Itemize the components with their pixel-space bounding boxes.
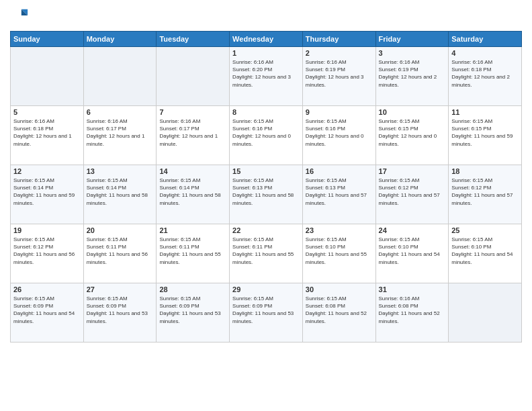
day-info: Sunrise: 6:15 AM Sunset: 6:13 PM Dayligh… xyxy=(306,177,373,207)
day-info: Sunrise: 6:15 AM Sunset: 6:10 PM Dayligh… xyxy=(379,236,446,266)
calendar-cell: 10Sunrise: 6:15 AM Sunset: 6:15 PM Dayli… xyxy=(375,106,449,165)
calendar-cell xyxy=(11,47,84,106)
day-info: Sunrise: 6:15 AM Sunset: 6:09 PM Dayligh… xyxy=(159,295,226,325)
calendar-cell: 17Sunrise: 6:15 AM Sunset: 6:12 PM Dayli… xyxy=(375,165,449,224)
day-info: Sunrise: 6:16 AM Sunset: 6:18 PM Dayligh… xyxy=(13,118,81,148)
day-number: 19 xyxy=(13,226,81,234)
day-info: Sunrise: 6:16 AM Sunset: 6:17 PM Dayligh… xyxy=(159,118,226,148)
page: SundayMondayTuesdayWednesdayThursdayFrid… xyxy=(0,0,532,411)
day-info: Sunrise: 6:15 AM Sunset: 6:11 PM Dayligh… xyxy=(232,236,300,266)
day-info: Sunrise: 6:15 AM Sunset: 6:14 PM Dayligh… xyxy=(13,177,81,207)
calendar-cell: 28Sunrise: 6:15 AM Sunset: 6:09 PM Dayli… xyxy=(157,283,230,342)
calendar-cell: 11Sunrise: 6:15 AM Sunset: 6:15 PM Dayli… xyxy=(449,106,522,165)
day-info: Sunrise: 6:15 AM Sunset: 6:12 PM Dayligh… xyxy=(379,177,446,207)
day-number: 29 xyxy=(232,285,300,293)
calendar-body: 1Sunrise: 6:16 AM Sunset: 6:20 PM Daylig… xyxy=(11,47,522,342)
calendar-cell xyxy=(449,283,522,342)
calendar-cell: 13Sunrise: 6:15 AM Sunset: 6:14 PM Dayli… xyxy=(83,165,157,224)
day-number: 25 xyxy=(451,226,519,234)
calendar-cell xyxy=(83,47,157,106)
calendar-table: SundayMondayTuesdayWednesdayThursdayFrid… xyxy=(10,31,522,342)
day-info: Sunrise: 6:15 AM Sunset: 6:12 PM Dayligh… xyxy=(451,177,519,207)
weekday-header: Saturday xyxy=(449,32,522,47)
day-number: 23 xyxy=(306,226,373,234)
day-number: 15 xyxy=(232,167,300,175)
day-number: 2 xyxy=(306,49,373,57)
calendar-cell: 7Sunrise: 6:16 AM Sunset: 6:17 PM Daylig… xyxy=(157,106,230,165)
calendar-cell: 27Sunrise: 6:15 AM Sunset: 6:09 PM Dayli… xyxy=(83,283,157,342)
calendar-cell: 31Sunrise: 6:16 AM Sunset: 6:08 PM Dayli… xyxy=(375,283,449,342)
day-number: 1 xyxy=(232,49,300,57)
logo-icon xyxy=(10,7,29,26)
day-info: Sunrise: 6:15 AM Sunset: 6:15 PM Dayligh… xyxy=(379,118,446,148)
calendar-week-row: 12Sunrise: 6:15 AM Sunset: 6:14 PM Dayli… xyxy=(11,165,522,224)
day-info: Sunrise: 6:15 AM Sunset: 6:10 PM Dayligh… xyxy=(451,236,519,266)
calendar-week-row: 19Sunrise: 6:15 AM Sunset: 6:12 PM Dayli… xyxy=(11,224,522,283)
calendar-cell: 26Sunrise: 6:15 AM Sunset: 6:09 PM Dayli… xyxy=(11,283,84,342)
day-info: Sunrise: 6:15 AM Sunset: 6:12 PM Dayligh… xyxy=(13,236,81,266)
weekday-header: Sunday xyxy=(11,32,84,47)
calendar-cell: 6Sunrise: 6:16 AM Sunset: 6:17 PM Daylig… xyxy=(83,106,157,165)
weekday-header: Wednesday xyxy=(230,32,303,47)
day-number: 27 xyxy=(87,285,154,293)
calendar-cell: 5Sunrise: 6:16 AM Sunset: 6:18 PM Daylig… xyxy=(11,106,84,165)
calendar-cell: 23Sunrise: 6:15 AM Sunset: 6:10 PM Dayli… xyxy=(302,224,375,283)
day-number: 30 xyxy=(306,285,373,293)
day-number: 6 xyxy=(87,108,154,116)
day-info: Sunrise: 6:15 AM Sunset: 6:10 PM Dayligh… xyxy=(306,236,373,266)
day-info: Sunrise: 6:15 AM Sunset: 6:16 PM Dayligh… xyxy=(306,118,373,148)
calendar-week-row: 5Sunrise: 6:16 AM Sunset: 6:18 PM Daylig… xyxy=(11,106,522,165)
day-number: 22 xyxy=(232,226,300,234)
calendar-cell: 9Sunrise: 6:15 AM Sunset: 6:16 PM Daylig… xyxy=(302,106,375,165)
day-info: Sunrise: 6:15 AM Sunset: 6:09 PM Dayligh… xyxy=(232,295,300,325)
day-number: 11 xyxy=(451,108,519,116)
calendar-cell: 3Sunrise: 6:16 AM Sunset: 6:19 PM Daylig… xyxy=(375,47,449,106)
day-info: Sunrise: 6:15 AM Sunset: 6:09 PM Dayligh… xyxy=(13,295,81,325)
calendar-header: SundayMondayTuesdayWednesdayThursdayFrid… xyxy=(11,32,522,47)
calendar-week-row: 1Sunrise: 6:16 AM Sunset: 6:20 PM Daylig… xyxy=(11,47,522,106)
day-number: 28 xyxy=(159,285,226,293)
calendar-cell: 19Sunrise: 6:15 AM Sunset: 6:12 PM Dayli… xyxy=(11,224,84,283)
calendar-cell: 14Sunrise: 6:15 AM Sunset: 6:14 PM Dayli… xyxy=(157,165,230,224)
day-number: 16 xyxy=(306,167,373,175)
calendar-cell: 2Sunrise: 6:16 AM Sunset: 6:19 PM Daylig… xyxy=(302,47,375,106)
day-number: 8 xyxy=(232,108,300,116)
day-info: Sunrise: 6:15 AM Sunset: 6:11 PM Dayligh… xyxy=(159,236,226,266)
calendar-cell: 21Sunrise: 6:15 AM Sunset: 6:11 PM Dayli… xyxy=(157,224,230,283)
day-info: Sunrise: 6:16 AM Sunset: 6:18 PM Dayligh… xyxy=(451,58,519,89)
calendar-cell: 20Sunrise: 6:15 AM Sunset: 6:11 PM Dayli… xyxy=(83,224,157,283)
day-info: Sunrise: 6:15 AM Sunset: 6:16 PM Dayligh… xyxy=(232,118,300,148)
weekday-header: Thursday xyxy=(302,32,375,47)
day-number: 18 xyxy=(451,167,519,175)
day-info: Sunrise: 6:15 AM Sunset: 6:09 PM Dayligh… xyxy=(87,295,154,325)
day-number: 26 xyxy=(13,285,81,293)
calendar-cell: 1Sunrise: 6:16 AM Sunset: 6:20 PM Daylig… xyxy=(230,47,303,106)
header xyxy=(10,7,522,26)
weekday-header: Friday xyxy=(375,32,449,47)
weekday-row: SundayMondayTuesdayWednesdayThursdayFrid… xyxy=(11,32,522,47)
weekday-header: Tuesday xyxy=(157,32,230,47)
day-number: 4 xyxy=(451,49,519,57)
day-info: Sunrise: 6:15 AM Sunset: 6:11 PM Dayligh… xyxy=(87,236,154,266)
calendar-cell: 24Sunrise: 6:15 AM Sunset: 6:10 PM Dayli… xyxy=(375,224,449,283)
calendar-cell: 16Sunrise: 6:15 AM Sunset: 6:13 PM Dayli… xyxy=(302,165,375,224)
day-number: 3 xyxy=(379,49,446,57)
calendar-cell: 4Sunrise: 6:16 AM Sunset: 6:18 PM Daylig… xyxy=(449,47,522,106)
day-info: Sunrise: 6:15 AM Sunset: 6:15 PM Dayligh… xyxy=(451,118,519,148)
day-info: Sunrise: 6:15 AM Sunset: 6:13 PM Dayligh… xyxy=(232,177,300,207)
calendar-week-row: 26Sunrise: 6:15 AM Sunset: 6:09 PM Dayli… xyxy=(11,283,522,342)
calendar-cell: 12Sunrise: 6:15 AM Sunset: 6:14 PM Dayli… xyxy=(11,165,84,224)
day-info: Sunrise: 6:15 AM Sunset: 6:08 PM Dayligh… xyxy=(306,295,373,325)
day-number: 13 xyxy=(87,167,154,175)
calendar-cell: 25Sunrise: 6:15 AM Sunset: 6:10 PM Dayli… xyxy=(449,224,522,283)
calendar-cell: 22Sunrise: 6:15 AM Sunset: 6:11 PM Dayli… xyxy=(230,224,303,283)
day-number: 7 xyxy=(159,108,226,116)
calendar-cell: 30Sunrise: 6:15 AM Sunset: 6:08 PM Dayli… xyxy=(302,283,375,342)
day-info: Sunrise: 6:15 AM Sunset: 6:14 PM Dayligh… xyxy=(159,177,226,207)
day-info: Sunrise: 6:16 AM Sunset: 6:19 PM Dayligh… xyxy=(306,58,373,89)
calendar-cell: 15Sunrise: 6:15 AM Sunset: 6:13 PM Dayli… xyxy=(230,165,303,224)
day-info: Sunrise: 6:16 AM Sunset: 6:17 PM Dayligh… xyxy=(87,118,154,148)
day-number: 14 xyxy=(159,167,226,175)
calendar-cell: 29Sunrise: 6:15 AM Sunset: 6:09 PM Dayli… xyxy=(230,283,303,342)
day-number: 21 xyxy=(159,226,226,234)
